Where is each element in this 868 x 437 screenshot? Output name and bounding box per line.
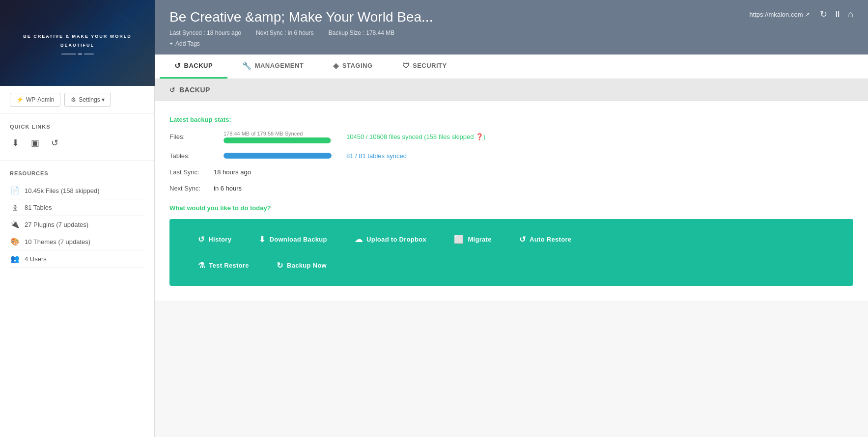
last-sync-label: Last Sync:: [169, 168, 214, 176]
backup-tab-icon: ↺: [174, 61, 181, 70]
next-sync: Next Sync : in 6 hours: [256, 29, 313, 36]
backup-now-button[interactable]: ↻ Backup Now: [263, 255, 340, 276]
settings-label: Settings ▾: [79, 96, 105, 103]
tab-staging[interactable]: ◈ STAGING: [318, 55, 387, 79]
dropbox-icon: ☁: [355, 235, 363, 244]
files-size-label: 178.44 MB of 179.58 MB Synced: [224, 131, 332, 137]
plus-icon: +: [169, 40, 173, 47]
history-icon: ↺: [198, 235, 204, 244]
tab-bar: ↺ BACKUP 🔧 MANAGEMENT ◈ STAGING 🛡 SECURI…: [155, 55, 868, 79]
migrate-icon: ⬜: [454, 235, 464, 244]
backup-now-label: Backup Now: [287, 262, 327, 269]
last-synced: Last Synced : 18 hours ago: [169, 29, 241, 36]
themes-icon: 🎨: [10, 237, 20, 246]
themes-label: 10 Themes (7 updates): [25, 238, 90, 246]
tables-stat-label: Tables:: [169, 152, 214, 160]
tables-progress-bar: [224, 153, 332, 159]
staging-tab-icon: ◈: [333, 61, 339, 70]
test-restore-label: Test Restore: [209, 262, 249, 269]
wp-admin-label: WP-Admin: [26, 96, 54, 103]
pages-quick-icon[interactable]: ▣: [29, 136, 41, 150]
download-icon: ⬇: [259, 235, 265, 244]
history-button[interactable]: ↺ History: [184, 229, 245, 250]
content-section-header: ↺ BACKUP: [155, 79, 868, 101]
refresh-header-icon[interactable]: ↻: [820, 9, 827, 20]
wp-icon: ⚡: [16, 96, 24, 103]
last-sync-row: Last Sync: 18 hours ago: [169, 168, 853, 176]
files-progress-bar: [224, 137, 332, 143]
files-progress-wrap: 178.44 MB of 179.58 MB Synced: [224, 131, 332, 143]
auto-restore-label: Auto Restore: [530, 236, 571, 243]
download-backup-button[interactable]: ⬇ Download Backup: [245, 229, 341, 250]
add-tags-button[interactable]: + Add Tags: [169, 40, 853, 47]
tab-management[interactable]: 🔧 MANAGEMENT: [227, 55, 318, 79]
files-progress-fill: [224, 137, 331, 143]
test-restore-icon: ⚗: [198, 261, 205, 270]
wp-admin-button[interactable]: ⚡ WP-Admin: [10, 93, 60, 107]
auto-restore-button[interactable]: ↺ Auto Restore: [505, 229, 586, 250]
settings-icon: ⚙: [71, 96, 76, 103]
backup-now-icon: ↻: [277, 261, 283, 270]
content-header-icon: ↺: [169, 86, 175, 94]
resources-section: RESOURCES 📄 10.45k Files (158 skipped) 🗄…: [0, 161, 154, 277]
action-row-2: ⚗ Test Restore ↻ Backup Now: [184, 255, 839, 276]
tables-resource: 🗄 81 Tables: [10, 199, 144, 216]
site-title: Be Creative &amp; Make Your World Bea...: [169, 9, 433, 26]
header-meta: Last Synced : 18 hours ago Next Sync : i…: [169, 29, 433, 36]
history-quick-icon[interactable]: ↺: [49, 136, 60, 150]
users-resource: 👥 4 Users: [10, 250, 144, 268]
backup-tab-label: BACKUP: [184, 62, 213, 69]
security-tab-icon: 🛡: [402, 61, 410, 70]
upload-dropbox-label: Upload to Dropbox: [366, 236, 426, 243]
files-stat-detail: 10450 / 10608 files synced (158 files sk…: [346, 133, 485, 140]
home-header-icon[interactable]: ⌂: [848, 9, 853, 20]
management-tab-label: MANAGEMENT: [255, 62, 304, 69]
plugins-resource: 🔌 27 Plugins (7 updates): [10, 216, 144, 233]
plugins-label: 27 Plugins (7 updates): [25, 221, 88, 228]
files-stat-label: Files:: [169, 133, 214, 140]
plugins-icon: 🔌: [10, 220, 20, 229]
themes-resource: 🎨 10 Themes (7 updates): [10, 233, 144, 250]
tables-stat-detail: 81 / 81 tables synced: [346, 152, 407, 160]
download-quick-icon[interactable]: ⬇: [10, 136, 21, 150]
users-icon: 👥: [10, 254, 20, 263]
content-area: ↺ BACKUP Latest backup stats: Files: 178…: [155, 79, 868, 437]
quick-links-section: QUICK LINKS ⬇ ▣ ↺: [0, 114, 154, 161]
tab-backup[interactable]: ↺ BACKUP: [160, 55, 227, 79]
site-url-link[interactable]: https://mkaion.com ↗: [749, 11, 810, 18]
backup-stats: Latest backup stats: Files: 178.44 MB of…: [169, 116, 853, 192]
action-panel: ↺ History ⬇ Download Backup ☁ Upload to …: [169, 219, 853, 286]
add-tags-label: Add Tags: [175, 40, 200, 47]
upload-dropbox-button[interactable]: ☁ Upload to Dropbox: [341, 229, 440, 250]
next-sync-row: Next Sync: in 6 hours: [169, 185, 853, 192]
backup-panel: Latest backup stats: Files: 178.44 MB of…: [155, 101, 868, 300]
migrate-button[interactable]: ⬜ Migrate: [440, 229, 505, 250]
staging-tab-label: STAGING: [342, 62, 373, 69]
sidebar-buttons: ⚡ WP-Admin ⚙ Settings ▾: [0, 86, 154, 114]
site-header: Be Creative &amp; Make Your World Bea...…: [155, 0, 868, 55]
site-preview-image: BE CREATIVE & MAKE YOUR WORLD BEAUTIFUL: [0, 0, 155, 86]
tables-progress-wrap: [224, 153, 332, 159]
backup-size: Backup Size : 178.44 MB: [329, 29, 395, 36]
tab-security[interactable]: 🛡 SECURITY: [388, 55, 462, 79]
resources-title: RESOURCES: [10, 170, 144, 176]
sidebar: BE CREATIVE & MAKE YOUR WORLD BEAUTIFUL …: [0, 0, 155, 437]
management-tab-icon: 🔧: [242, 61, 252, 70]
stats-label: Latest backup stats:: [169, 116, 853, 123]
site-preview: BE CREATIVE & MAKE YOUR WORLD BEAUTIFUL: [0, 0, 155, 86]
test-restore-button[interactable]: ⚗ Test Restore: [184, 255, 263, 276]
what-today-label: What would you like to do today?: [169, 204, 853, 212]
next-sync-stat-label: Next Sync:: [169, 185, 214, 192]
preview-text: BE CREATIVE & MAKE YOUR WORLD BEAUTIFUL: [10, 32, 145, 50]
pause-header-icon[interactable]: ⏸: [833, 9, 842, 20]
settings-button[interactable]: ⚙ Settings ▾: [64, 93, 111, 107]
download-backup-label: Download Backup: [270, 236, 327, 243]
next-sync-value: in 6 hours: [214, 185, 242, 192]
files-label: 10.45k Files (158 skipped): [25, 187, 99, 194]
tables-progress-fill: [224, 153, 332, 159]
tables-stat-row: Tables: 81 / 81 tables synced: [169, 152, 853, 160]
security-tab-label: SECURITY: [413, 62, 447, 69]
history-label: History: [208, 236, 231, 243]
header-action-icons: ↻ ⏸ ⌂: [820, 9, 853, 20]
quick-links-title: QUICK LINKS: [10, 124, 144, 130]
